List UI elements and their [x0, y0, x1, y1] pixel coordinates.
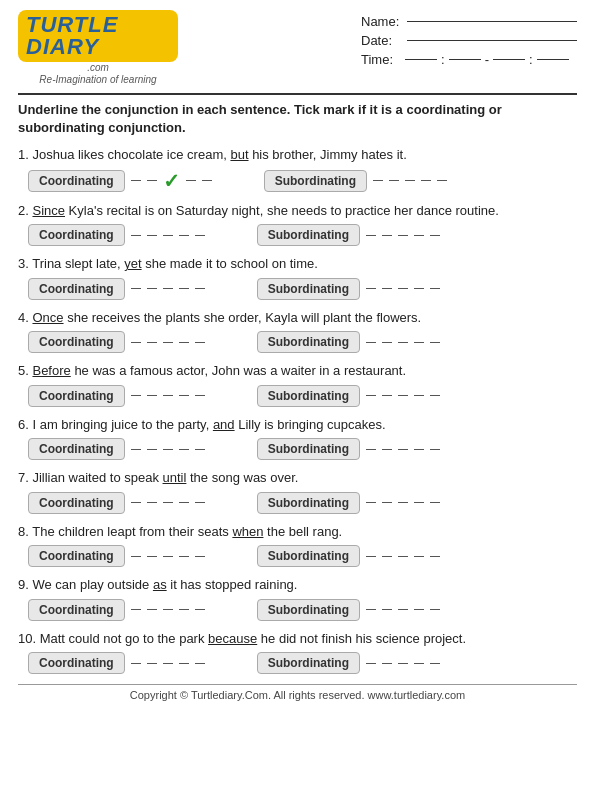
subord-dashes-8: [364, 556, 442, 557]
coord-button-4[interactable]: Coordinating: [28, 331, 125, 353]
subord-button-8[interactable]: Subordinating: [257, 545, 360, 567]
dash: [366, 395, 376, 396]
time-seg4: [537, 59, 569, 60]
dash: [382, 395, 392, 396]
dash: [421, 180, 431, 181]
underlined-word: but: [230, 147, 248, 162]
dash: [382, 288, 392, 289]
coord-button-2[interactable]: Coordinating: [28, 224, 125, 246]
answer-row-8: CoordinatingSubordinating: [18, 545, 577, 567]
answer-row-7: CoordinatingSubordinating: [18, 492, 577, 514]
dash: [131, 235, 141, 236]
underlined-word: and: [213, 417, 235, 432]
time-seg3: [493, 59, 525, 60]
dash: [195, 235, 205, 236]
dash: [366, 502, 376, 503]
coord-button-8[interactable]: Coordinating: [28, 545, 125, 567]
time-row: Time: : - :: [361, 52, 577, 67]
subord-button-3[interactable]: Subordinating: [257, 278, 360, 300]
dash: [131, 609, 141, 610]
dash: [147, 395, 157, 396]
subord-button-5[interactable]: Subordinating: [257, 385, 360, 407]
dash: [373, 180, 383, 181]
dash: [163, 288, 173, 289]
footer-text: Copyright © Turtlediary.Com. All rights …: [130, 689, 465, 701]
logo-area: TURTLE DIARY .com Re-Imagination of lear…: [18, 10, 178, 85]
underlined-word: Before: [32, 363, 70, 378]
dash: [147, 609, 157, 610]
subord-button-2[interactable]: Subordinating: [257, 224, 360, 246]
dash: [163, 395, 173, 396]
question-block-7: 7. Jillian waited to speak until the son…: [18, 468, 577, 514]
answer-row-4: CoordinatingSubordinating: [18, 331, 577, 353]
answer-row-9: CoordinatingSubordinating: [18, 599, 577, 621]
dash: [366, 288, 376, 289]
dash: [179, 395, 189, 396]
underlined-word: yet: [124, 256, 141, 271]
subord-section-5: Subordinating: [257, 385, 442, 407]
subord-button-7[interactable]: Subordinating: [257, 492, 360, 514]
dash: [195, 556, 205, 557]
dash: [163, 449, 173, 450]
coord-dashes-5: [129, 395, 207, 396]
coord-button-1[interactable]: Coordinating: [28, 170, 125, 192]
dash: [131, 449, 141, 450]
dash: [163, 556, 173, 557]
dash: [398, 449, 408, 450]
dash: [414, 288, 424, 289]
coord-button-10[interactable]: Coordinating: [28, 652, 125, 674]
dash: [147, 342, 157, 343]
coord-dashes-2: [129, 235, 207, 236]
answer-row-6: CoordinatingSubordinating: [18, 438, 577, 460]
subord-button-9[interactable]: Subordinating: [257, 599, 360, 621]
subord-section-9: Subordinating: [257, 599, 442, 621]
dash: [147, 180, 157, 181]
dash: [366, 609, 376, 610]
dash: [147, 449, 157, 450]
underlined-word: Since: [32, 203, 65, 218]
logo-tagline: Re-Imagination of learning: [39, 74, 156, 85]
dash: [195, 663, 205, 664]
dash: [179, 556, 189, 557]
coord-button-3[interactable]: Coordinating: [28, 278, 125, 300]
subord-dashes-9: [364, 609, 442, 610]
time-seg1: [405, 59, 437, 60]
subord-section-1: Subordinating: [264, 170, 449, 192]
subord-button-10[interactable]: Subordinating: [257, 652, 360, 674]
question-text-5: 5. Before he was a famous actor, John wa…: [18, 361, 577, 381]
logo-com: .com: [87, 62, 109, 73]
dash: [414, 556, 424, 557]
dash: [179, 502, 189, 503]
dash: [382, 235, 392, 236]
coord-button-7[interactable]: Coordinating: [28, 492, 125, 514]
time-label: Time:: [361, 52, 401, 67]
dash: [366, 556, 376, 557]
subord-button-4[interactable]: Subordinating: [257, 331, 360, 353]
dash: [163, 502, 173, 503]
question-text-1: 1. Joshua likes chocolate ice cream, but…: [18, 145, 577, 165]
dash: [398, 342, 408, 343]
dash: [398, 288, 408, 289]
time-seg2: [449, 59, 481, 60]
coord-dashes-4: [129, 342, 207, 343]
dash: [414, 502, 424, 503]
subord-dashes-7: [364, 502, 442, 503]
name-label: Name:: [361, 14, 401, 29]
dash: [179, 235, 189, 236]
dash: [430, 609, 440, 610]
answer-row-5: CoordinatingSubordinating: [18, 385, 577, 407]
subord-button-1[interactable]: Subordinating: [264, 170, 367, 192]
question-block-2: 2. Since Kyla's recital is on Saturday n…: [18, 201, 577, 247]
coord-button-6[interactable]: Coordinating: [28, 438, 125, 460]
subord-button-6[interactable]: Subordinating: [257, 438, 360, 460]
subord-dashes-3: [364, 288, 442, 289]
subord-dashes-1: [371, 180, 449, 181]
dash: [398, 235, 408, 236]
coord-button-9[interactable]: Coordinating: [28, 599, 125, 621]
dash: [195, 609, 205, 610]
question-text-6: 6. I am bringing juice to the party, and…: [18, 415, 577, 435]
footer: Copyright © Turtlediary.Com. All rights …: [18, 684, 577, 701]
coord-button-5[interactable]: Coordinating: [28, 385, 125, 407]
dash: [195, 342, 205, 343]
question-block-3: 3. Trina slept late, yet she made it to …: [18, 254, 577, 300]
